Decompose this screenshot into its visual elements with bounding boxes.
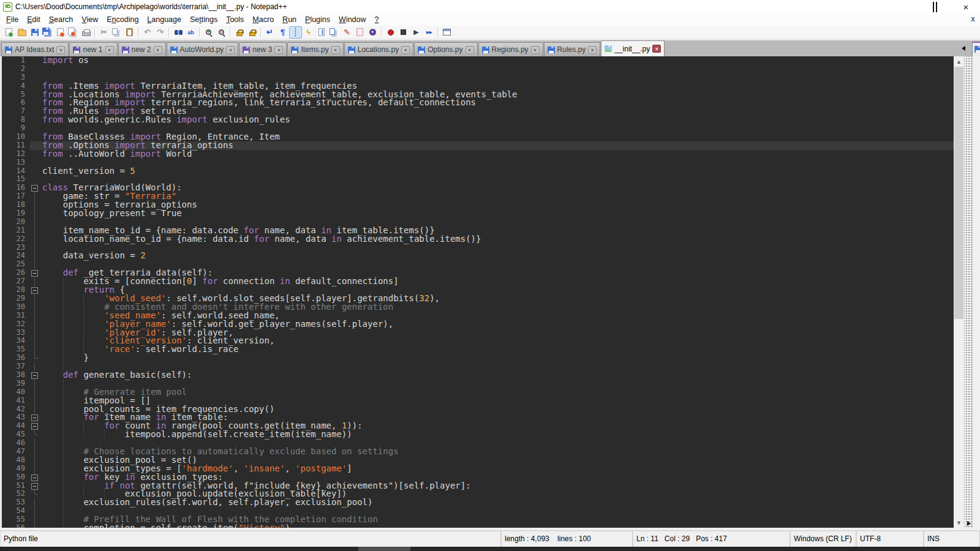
show-indent-guide-icon[interactable]: ┊ [289,26,302,39]
tab-items-py[interactable]: Items.pyx [287,42,343,56]
maximize-button[interactable] [924,0,952,13]
save-all-icon[interactable] [41,26,54,39]
minimize-button[interactable] [895,0,924,13]
zoom-in-icon[interactable]: + [202,26,215,39]
save-recorded-macro-icon[interactable] [440,26,453,39]
tab-autoworld-py[interactable]: AutoWorld.pyx [167,42,239,56]
tab-options-py[interactable]: Options.pyx [414,42,477,56]
tab-close-icon[interactable]: x [588,46,597,54]
print-icon[interactable] [80,26,92,39]
save-file-icon[interactable] [28,26,41,39]
fold-collapse-icon[interactable] [30,184,40,192]
scroll-up-icon[interactable]: ▲ [954,56,964,67]
tab-new-3[interactable]: new 3x [239,42,287,56]
code-line[interactable]: 13 [2,159,954,167]
copy-icon[interactable] [110,26,123,39]
code-line[interactable]: 36 } [2,354,954,362]
fold-collapse-icon[interactable] [30,422,40,430]
second-view-partial-tab[interactable] [972,42,980,56]
menu-macro[interactable]: Macro [248,15,278,24]
zoom-out-icon[interactable]: − [215,26,228,39]
fold-collapse-icon[interactable] [30,269,40,277]
menu-settings[interactable]: Settings [186,15,222,24]
view-splitter[interactable] [964,56,972,528]
code-line[interactable]: 8from worlds.generic.Rules import exclus… [2,116,954,124]
tab-ap-ideas-txt[interactable]: AP Ideas.txtx [1,42,69,56]
show-all-characters-icon[interactable]: ¶ [276,26,289,39]
function-list-icon[interactable]: ϟ [302,26,315,39]
sync-vertical-scroll-icon[interactable] [233,26,246,39]
fold-collapse-icon[interactable] [30,371,40,380]
vertical-scrollbar[interactable]: ▲ ▼ [954,56,964,528]
record-macro-icon[interactable] [384,26,397,39]
tab-close-icon[interactable]: x [274,46,283,54]
menu-window[interactable]: Window [334,15,370,24]
code-line[interactable]: 27 exits = [connection[0] for connection… [2,277,954,286]
tab-close-icon[interactable]: x [401,46,410,54]
find-icon[interactable] [172,26,184,39]
code-editor[interactable]: 1import os234from .Items import Terraria… [0,56,954,528]
tab-close-icon[interactable]: x [466,46,474,54]
menu-run[interactable]: Run [278,15,301,24]
tab-close-icon[interactable]: x [56,46,65,54]
tab-close-icon[interactable]: x [154,46,162,54]
open-file-icon[interactable] [15,26,28,39]
code-line[interactable]: 53 exclusion_rules(self.world, self.play… [2,498,954,507]
code-line[interactable]: 45 itempool.append(self.create_item(item… [2,430,954,439]
fold-collapse-icon[interactable] [30,286,40,294]
tab-close-icon[interactable]: x [226,46,235,54]
menu-view[interactable]: View [77,15,102,24]
tab-close-icon[interactable]: x [105,46,114,54]
document-list-icon[interactable] [328,26,341,39]
tab-close-icon[interactable]: x [531,46,540,54]
menu-search[interactable]: Search [45,15,78,24]
tab-new-1[interactable]: new 1x [69,42,117,56]
tab-close-icon[interactable]: x [331,46,340,54]
menu-tools[interactable]: Tools [222,15,248,24]
code-line[interactable]: 38 def generate_basic(self): [2,371,954,380]
stop-recording-icon[interactable] [397,26,410,39]
replace-icon[interactable]: ab [184,26,197,39]
tab-scroll-left-icon[interactable] [962,46,965,51]
tab-rules-py[interactable]: Rules.pyx [544,42,601,56]
close-all-icon[interactable] [67,26,80,39]
undo-icon[interactable]: ↶ [141,26,154,39]
new-file-icon[interactable] [2,26,15,39]
menu-plugins[interactable]: Plugins [301,15,334,24]
menu-help[interactable]: ? [371,15,383,24]
monitoring-icon[interactable] [366,26,379,39]
code-line[interactable]: 24 data_version = 2 [2,252,954,260]
menu-close-icon[interactable]: x [971,15,975,23]
code-line[interactable]: 56 completion = self.create_item("Victor… [2,524,954,528]
menu-language[interactable]: Language [143,15,186,24]
code-line[interactable]: 19 topology_present = True [2,209,954,218]
code-line[interactable]: 12from ..AutoWorld import World [2,150,954,159]
tab-locations-py[interactable]: Locations.pyx [344,42,413,56]
edit-marker-icon[interactable]: ✎ [341,26,353,39]
code-line[interactable]: 22 location_name_to_id = {name: data.id … [2,235,954,244]
menu-file[interactable]: File [2,15,23,24]
paste-icon[interactable] [123,26,136,39]
close-file-icon[interactable] [54,26,67,39]
code-line[interactable]: 2 [2,65,954,73]
project-panel-icon[interactable] [353,26,366,39]
fold-collapse-icon[interactable] [30,473,40,482]
close-button[interactable]: × [952,0,980,13]
playback-macro-icon[interactable]: ▶ [410,26,423,39]
splitter-arrow-icon[interactable] [967,521,971,526]
menu-edit[interactable]: Edit [23,15,45,24]
code-line[interactable]: 14client_version = 5 [2,167,954,176]
redo-icon[interactable]: ↷ [154,26,167,39]
code-line[interactable]: 1import os [2,56,954,65]
fold-collapse-icon[interactable] [30,413,40,422]
scrollbar-thumb[interactable] [954,67,963,319]
tab-regions-py[interactable]: Regions.pyx [478,42,543,56]
cut-icon[interactable]: ✂ [97,26,110,39]
run-macro-multiple-times-icon[interactable]: ▶▶ [423,26,435,39]
code-line[interactable]: 35 'race': self.world.is_race [2,345,954,354]
sync-horizontal-scroll-icon[interactable] [246,26,258,39]
menu-encoding[interactable]: Encoding [102,15,143,24]
fold-collapse-icon[interactable] [30,482,40,490]
tab--init-py[interactable]: __init__.pyx [601,40,665,56]
scroll-down-icon[interactable]: ▼ [954,517,964,528]
